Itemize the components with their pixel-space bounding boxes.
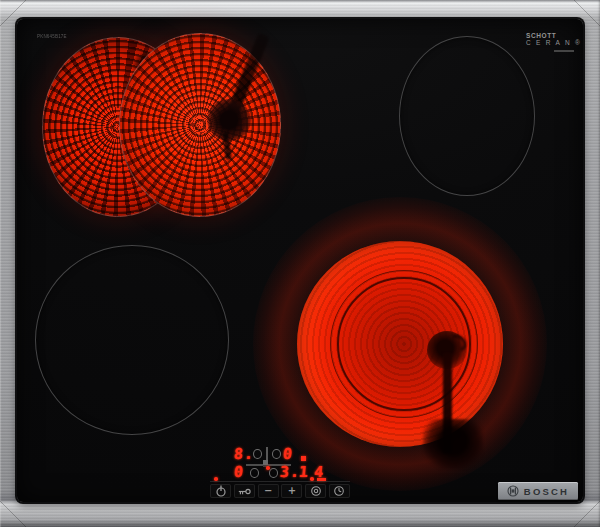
- key-icon: [238, 486, 251, 497]
- zone-front-left-outline: [35, 245, 229, 435]
- bosch-logo-text: BOSCH: [524, 485, 569, 496]
- touch-control-row: − +: [210, 481, 350, 498]
- child-lock-button[interactable]: [234, 484, 255, 498]
- power-button[interactable]: [210, 484, 231, 498]
- bosch-armature-icon: [507, 485, 519, 497]
- fine-print-mark: [554, 50, 574, 52]
- power-indicator-dot: [214, 477, 218, 481]
- dual-zone-inner-coil: [119, 33, 281, 217]
- zone-select-button[interactable]: [305, 484, 326, 498]
- dual-zone-icon: [310, 485, 322, 497]
- schott-line: SCHOTT: [526, 32, 582, 39]
- frame-miter-seam: [0, 501, 26, 527]
- back-right-level-display: 0: [282, 447, 293, 462]
- schott-ceran-print: SCHOTT C E R A N ®: [526, 32, 582, 52]
- zone-back-right-outline: [399, 36, 535, 196]
- timer-indicator-dot: [310, 477, 314, 481]
- minus-icon: −: [264, 486, 272, 496]
- heat-indicator-square: [301, 456, 306, 461]
- zone-front-right-radiant: [297, 241, 503, 447]
- element-base-shadow: [423, 419, 483, 469]
- power-icon: [215, 485, 227, 497]
- increase-button[interactable]: +: [281, 484, 302, 498]
- zone-indicator-circle: [272, 449, 281, 459]
- zone-indicator-circle: [269, 468, 278, 478]
- decrease-button[interactable]: −: [258, 484, 279, 498]
- frame-miter-seam: [574, 501, 600, 527]
- zone-indicator-circle: [253, 449, 262, 459]
- timer-button[interactable]: [329, 484, 350, 498]
- ceramic-glass-surface: PKN645B17E SCHOTT C E R A N ®: [17, 19, 583, 502]
- cooktop-photo: PKN645B17E SCHOTT C E R A N ®: [0, 0, 600, 527]
- coil-center-hub: [207, 99, 251, 141]
- ceran-line: C E R A N ®: [526, 39, 582, 46]
- zone-indicator-circle: [250, 468, 259, 478]
- bosch-badge: BOSCH: [498, 482, 578, 500]
- clock-icon: [333, 485, 345, 497]
- back-left-level-display: 8.: [233, 447, 254, 462]
- plus-icon: +: [288, 486, 296, 496]
- zone-back-left-dual: [42, 33, 288, 225]
- display-divider-bar: [266, 447, 268, 460]
- front-left-level-display: 0: [233, 465, 244, 480]
